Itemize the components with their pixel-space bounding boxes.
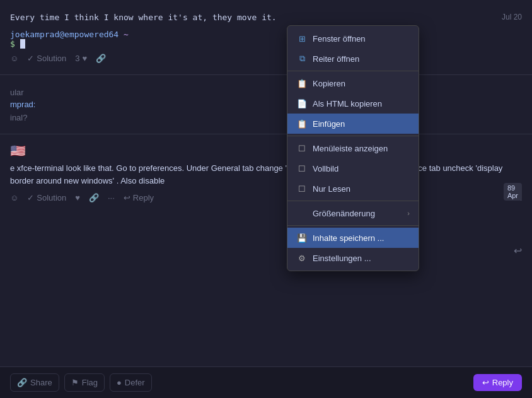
menu-settings[interactable]: ⚙ Einstellungen ... [287, 248, 419, 268]
main-content: Jul 20 Every time I think I know where i… [0, 0, 532, 398]
resize-chevron: › [407, 209, 410, 217]
menu-copy[interactable]: 📋 Kopieren [287, 73, 419, 93]
open-tab-icon: ⧉ [296, 53, 308, 64]
context-menu: ⊞ Fenster öffnen ⧉ Reiter öffnen 📋 Kopie… [287, 25, 419, 271]
menu-show-menubar[interactable]: ☐ Menüleiste anzeigen [287, 138, 419, 158]
menu-readonly[interactable]: ☐ Nur Lesen [287, 179, 419, 199]
menu-open-tab[interactable]: ⧉ Reiter öffnen [287, 49, 419, 69]
readonly-checkbox-icon: ☐ [296, 183, 308, 194]
separator1 [287, 71, 419, 71]
fullscreen-checkbox-icon: ☐ [296, 163, 308, 174]
menu-open-window[interactable]: ⊞ Fenster öffnen [287, 28, 419, 49]
menu-resize[interactable]: Größenänderung › [287, 203, 419, 223]
separator2 [287, 136, 419, 136]
save-content-icon: 💾 [296, 232, 308, 243]
menu-fullscreen[interactable]: ☐ Vollbild [287, 158, 419, 179]
copy-html-icon: 📄 [296, 98, 308, 109]
resize-icon [296, 208, 308, 219]
paste-icon: 📋 [296, 118, 308, 129]
menu-save-content[interactable]: 💾 Inhalte speichern ... [287, 228, 419, 248]
settings-icon: ⚙ [296, 252, 308, 264]
context-menu-overlay[interactable] [0, 0, 532, 398]
copy-icon: 📋 [296, 78, 308, 89]
separator3 [287, 201, 419, 201]
open-window-icon: ⊞ [296, 33, 308, 44]
menu-paste[interactable]: 📋 Einfügen [287, 114, 419, 134]
menu-copy-html[interactable]: 📄 Als HTML kopieren [287, 93, 419, 114]
menubar-checkbox-icon: ☐ [296, 143, 308, 154]
separator4 [287, 225, 419, 226]
